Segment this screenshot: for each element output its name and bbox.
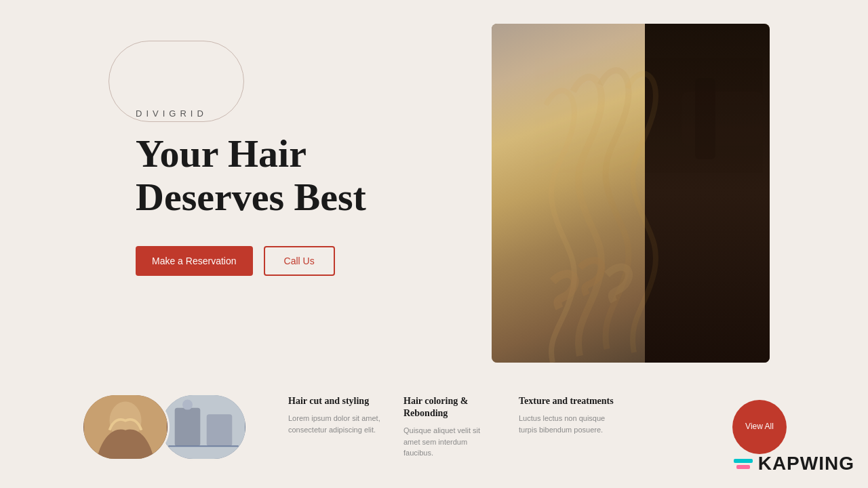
thumb-bg-1 [83,395,167,459]
service-title-2: Texture and treatments [519,395,614,407]
headline: Your Hair Deserves Best [136,132,420,219]
service-item-2: Texture and treatments Luctus lectus non… [519,395,614,459]
kapwing-bar-pink [736,465,750,469]
thumb-bg-2 [161,395,245,459]
thumbnail-1 [81,393,170,461]
reservation-button[interactable]: Make a Reservation [136,246,253,276]
service-item-1: Hair coloring & Rebonding Quisque alique… [403,395,498,459]
left-content: DIVIGRID Your Hair Deserves Best Make a … [136,54,420,276]
svg-point-7 [182,400,193,410]
headline-line2: Deserves Best [136,175,366,219]
thumb-svg-1 [83,395,167,459]
brand-name: DIVIGRID [136,108,420,119]
service-item-0: Hair cut and styling Lorem ipsum dolor s… [288,395,383,459]
svg-rect-1 [695,78,715,159]
kapwing-text: KAPWING [758,453,854,474]
service-desc-0: Lorem ipsum dolor sit amet, consectetur … [288,413,383,435]
svg-rect-0 [682,92,763,146]
service-items: Hair cut and styling Lorem ipsum dolor s… [288,395,719,459]
svg-rect-4 [162,395,245,459]
kapwing-icon [734,459,753,469]
service-desc-2: Luctus lectus non quisque turpis bibendu… [519,413,614,435]
view-all-button[interactable]: View All [732,400,787,454]
svg-rect-5 [175,408,201,446]
kapwing-bar-cyan [734,459,753,463]
hero-image [492,24,770,363]
service-title-1: Hair coloring & Rebonding [403,395,498,420]
svg-rect-6 [207,414,233,446]
thumb-svg-2 [161,395,245,459]
thumbnail-container [81,393,248,461]
page-container: DIVIGRID Your Hair Deserves Best Make a … [0,0,868,488]
kapwing-watermark: KAPWING [734,453,854,474]
hair-svg [492,24,770,363]
headline-line1: Your Hair [136,131,307,176]
hero-image-bg [492,24,770,363]
buttons-row: Make a Reservation Call Us [136,246,420,276]
service-desc-1: Quisque aliquet velit sit amet sem inter… [403,425,498,459]
thumbnail-2 [159,393,248,461]
service-title-0: Hair cut and styling [288,395,383,407]
call-button[interactable]: Call Us [264,246,335,276]
